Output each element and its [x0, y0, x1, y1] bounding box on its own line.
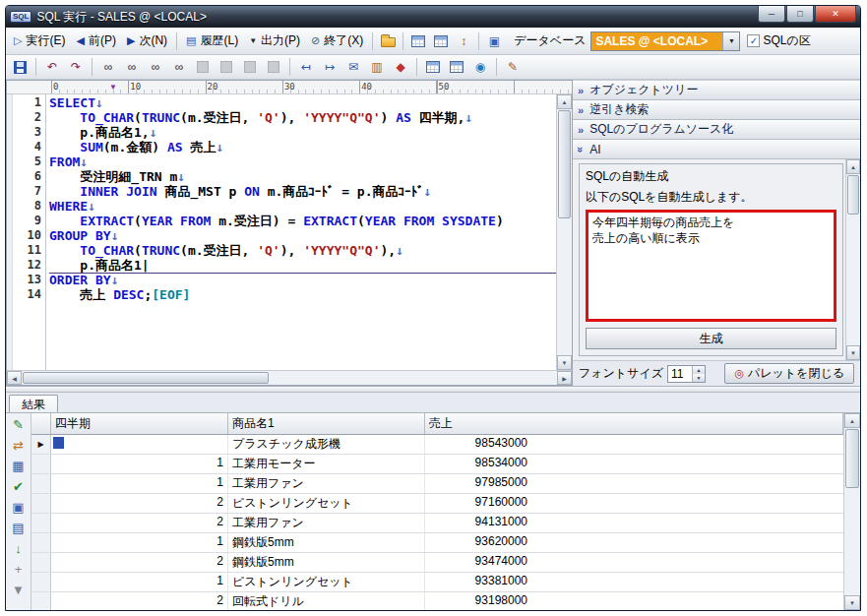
code-line[interactable]: EXTRACT(YEAR FROM m.受注日) = EXTRACT(YEAR …	[49, 214, 556, 228]
code-line[interactable]: SELECT↓	[49, 95, 556, 110]
tab-results[interactable]: 結果	[9, 395, 58, 412]
vscroll-thumb[interactable]	[558, 110, 571, 218]
close-button[interactable]: ✕	[815, 6, 856, 23]
cell-product[interactable]: 鋼鉄版5mm	[228, 553, 425, 572]
code-line[interactable]: TO_CHAR(TRUNC(m.受注日, 'Q'), 'YYYY"Q"Q'),↓	[49, 243, 556, 258]
ai-prompt-textarea[interactable]: 今年四半期毎の商品売上を 売上の高い順に表示	[586, 210, 836, 322]
editor-vscrollbar[interactable]: ▲ ▼	[556, 94, 572, 370]
cell-quarter[interactable]: 2	[51, 494, 228, 513]
cell-quarter[interactable]: 2	[51, 553, 228, 572]
panel-section-sql-to-source[interactable]: » SQLのプログラムソース化	[573, 120, 860, 140]
result-row[interactable]: 2工業用ファン94131000	[31, 514, 843, 533]
result-row[interactable]: 2回転式ドリル93198000	[31, 592, 843, 610]
database-combobox[interactable]: SALES @ <LOCAL> ▼	[590, 31, 740, 51]
explain-plan-button[interactable]: ↕	[453, 31, 474, 51]
code-line[interactable]: p.商品名1|	[49, 258, 556, 273]
grid-view-icon[interactable]	[422, 57, 444, 78]
code-area[interactable]: SELECT↓ TO_CHAR(TRUNC(m.受注日, 'Q'), 'YYYY…	[46, 94, 556, 370]
cell-quarter[interactable]: 2	[51, 514, 228, 532]
cell-sales[interactable]: 93620000	[425, 533, 843, 552]
ai-scrollbar[interactable]: ▲ ▼	[845, 159, 860, 360]
cell-product[interactable]: 工業用ファン	[228, 514, 425, 532]
panel-section-object-tree[interactable]: » オブジェクトツリー	[573, 81, 860, 100]
editor-hscrollbar[interactable]: ◀ ▶	[7, 370, 572, 385]
next-button[interactable]: ▶ 次(N)	[122, 30, 172, 52]
result-row[interactable]: ▶プラスチック成形機98543000	[31, 435, 843, 455]
bookmark-icon[interactable]: ◆	[390, 57, 411, 78]
row-selector[interactable]	[31, 573, 51, 591]
disabled-button-2[interactable]	[216, 57, 237, 78]
cell-quarter[interactable]: 2	[51, 592, 228, 610]
spin-up-icon[interactable]: ▲	[693, 366, 705, 374]
row-selector[interactable]	[31, 474, 51, 493]
send-sql-icon[interactable]: ✉	[342, 57, 364, 78]
scroll-right-icon[interactable]: ▶	[557, 371, 572, 385]
vscroll-track[interactable]	[557, 219, 572, 355]
code-line[interactable]: 売上 DESC;[EOF]	[49, 287, 556, 302]
code-line[interactable]: TO_CHAR(TRUNC(m.受注日, 'Q'), 'YYYY"Q"Q') A…	[49, 110, 556, 125]
edit-pencil-icon[interactable]: ✎	[8, 415, 30, 434]
hscroll-thumb[interactable]	[23, 372, 269, 384]
code-line[interactable]: INNER JOIN 商品_MST p ON m.商品ｺｰﾄﾞ = p.商品ｺｰ…	[49, 184, 556, 199]
indent-icon[interactable]: ↦	[319, 57, 341, 78]
code-line[interactable]: FROM↓	[49, 154, 556, 169]
grid-edit-icon[interactable]: ▦	[8, 457, 30, 475]
format-icon[interactable]: ▥	[366, 57, 388, 78]
grid-lookup-icon[interactable]	[446, 57, 467, 78]
add-row-icon[interactable]: +	[8, 560, 30, 579]
cell-sales[interactable]: 97985000	[425, 474, 843, 493]
cell-product[interactable]: 鋼鉄版5mm	[228, 533, 425, 552]
ai-scroll-thumb[interactable]	[847, 175, 859, 215]
replace-icon[interactable]: ∞	[168, 57, 190, 78]
scroll-left-icon[interactable]: ◀	[7, 371, 22, 385]
cell-sales[interactable]: 93474000	[425, 553, 843, 572]
outdent-icon[interactable]: ↤	[295, 57, 317, 78]
header-sales[interactable]: 売上	[425, 413, 843, 434]
sql-type-checkbox[interactable]: ✓ SQLの区	[747, 32, 810, 49]
prev-button[interactable]: ◀ 前(P)	[71, 30, 120, 52]
minimize-button[interactable]: ─	[758, 6, 785, 23]
result-row[interactable]: 1鋼鉄版5mm93620000	[31, 533, 843, 553]
combo-dropdown-icon[interactable]: ▼	[722, 32, 739, 50]
connection-button[interactable]: ▣	[483, 31, 505, 51]
history-button[interactable]: ▤ 履歴(L)	[181, 30, 243, 52]
code-line[interactable]: 受注明細_TRN m↓	[49, 169, 556, 184]
row-selector[interactable]	[31, 514, 51, 532]
generate-button[interactable]: 生成	[586, 328, 836, 349]
code-line[interactable]: ORDER BY↓	[49, 273, 556, 287]
cell-quarter[interactable]: 1	[51, 474, 228, 493]
maximize-button[interactable]: □	[786, 6, 814, 23]
code-line[interactable]: SUM(m.金額) AS 売上↓	[49, 140, 556, 154]
cell-sales[interactable]: 93381000	[425, 573, 843, 591]
results-scroll-track[interactable]	[844, 489, 860, 595]
more-icon[interactable]: ▼	[8, 581, 30, 599]
cell-product[interactable]: 工業用ファン	[228, 474, 425, 493]
design-icon[interactable]: ✎	[502, 57, 524, 78]
header-selector[interactable]	[31, 413, 51, 434]
run-button[interactable]: ▷ 実行(E)	[9, 30, 70, 52]
copy-rows-icon[interactable]: ▣	[8, 498, 30, 517]
fetch-more-icon[interactable]: ↓	[8, 539, 30, 558]
code-line[interactable]: GROUP BY↓	[49, 228, 556, 243]
row-selector[interactable]	[31, 533, 51, 552]
result-row[interactable]: 1ピストンリングセット93381000	[31, 573, 843, 592]
scroll-up-icon[interactable]: ▲	[846, 159, 860, 174]
disabled-button-3[interactable]	[239, 57, 261, 78]
result-row[interactable]: 1工業用ファン97985000	[31, 474, 843, 494]
cell-quarter[interactable]: 1	[51, 573, 228, 591]
cell-product[interactable]: 工業用モーター	[228, 455, 425, 473]
output-button[interactable]: ▼ 出力(P)	[244, 30, 305, 52]
grid-check-icon[interactable]: ✔	[8, 477, 30, 496]
result-row[interactable]: 2ピストンリングセット97160000	[31, 494, 843, 514]
cell-product[interactable]: ピストンリングセット	[228, 494, 425, 513]
cell-quarter[interactable]: 1	[51, 533, 228, 552]
cell-sales[interactable]: 93198000	[425, 592, 843, 610]
header-quarter[interactable]: 四半期	[51, 413, 228, 434]
find-prev-icon[interactable]: ∞	[145, 57, 166, 78]
cell-quarter[interactable]	[51, 435, 228, 454]
row-selector[interactable]	[31, 553, 51, 572]
row-selector[interactable]	[31, 455, 51, 473]
export-result-icon[interactable]: ▤	[8, 519, 30, 537]
panel-section-reverse-search[interactable]: » 逆引き検索	[573, 100, 860, 120]
scroll-down-icon[interactable]: ▼	[846, 345, 860, 360]
